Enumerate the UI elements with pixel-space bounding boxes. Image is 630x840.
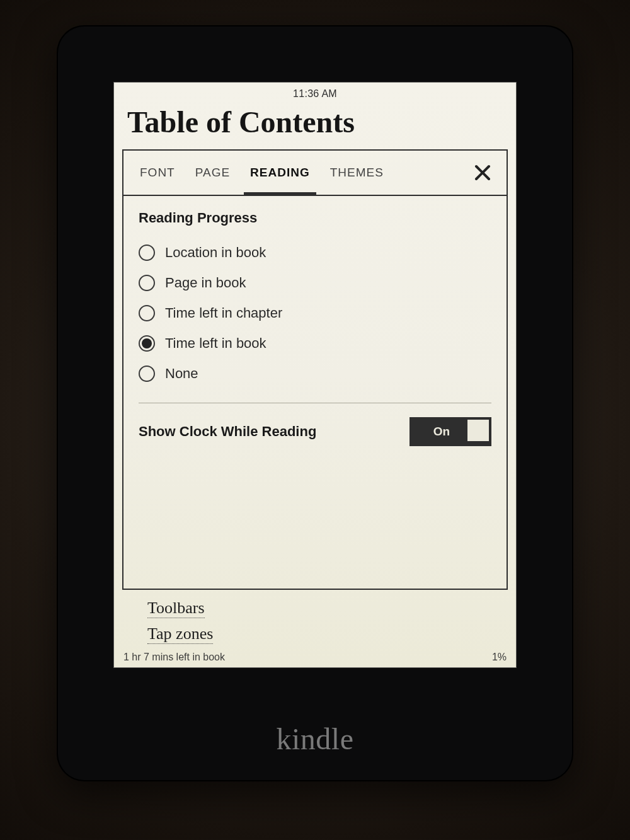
page-title: Table of Contents <box>113 102 517 149</box>
radio-label: None <box>165 365 198 382</box>
photo-background: 11:36 AM Table of Contents FONT PAGE REA… <box>0 0 630 840</box>
radio-icon <box>139 245 155 261</box>
settings-tabs: FONT PAGE READING THEMES <box>123 151 507 196</box>
tab-page[interactable]: PAGE <box>185 151 240 195</box>
radio-page-in-book[interactable]: Page in book <box>139 268 491 298</box>
divider <box>139 403 491 403</box>
show-clock-row: Show Clock While Reading On <box>139 408 491 450</box>
kindle-screen: 11:36 AM Table of Contents FONT PAGE REA… <box>113 82 517 668</box>
radio-none[interactable]: None <box>139 359 491 389</box>
radio-icon <box>139 335 155 352</box>
radio-icon <box>139 275 155 291</box>
radio-label: Time left in chapter <box>165 305 282 321</box>
clock-text: 11:36 AM <box>293 88 337 99</box>
close-button[interactable] <box>469 159 496 187</box>
radio-location-in-book[interactable]: Location in book <box>139 238 491 268</box>
tab-themes[interactable]: THEMES <box>320 151 394 195</box>
radio-time-left-book[interactable]: Time left in book <box>139 328 491 359</box>
radio-icon <box>139 365 155 382</box>
show-clock-toggle[interactable]: On <box>410 417 491 446</box>
status-bar: 11:36 AM <box>113 82 517 102</box>
kindle-device: 11:36 AM Table of Contents FONT PAGE REA… <box>57 25 573 781</box>
radio-label: Time left in book <box>165 335 266 352</box>
toc-links: Toolbars Tap zones <box>113 590 517 648</box>
show-clock-label: Show Clock While Reading <box>139 423 316 440</box>
time-left-text: 1 hr 7 mins left in book <box>123 652 225 663</box>
tab-reading[interactable]: READING <box>240 151 320 195</box>
radio-label: Location in book <box>165 245 266 261</box>
display-settings-panel: FONT PAGE READING THEMES Reading Progres… <box>122 149 508 590</box>
radio-time-left-chapter[interactable]: Time left in chapter <box>139 298 491 328</box>
radio-label: Page in book <box>165 275 246 291</box>
toggle-knob <box>467 420 489 441</box>
link-tap-zones[interactable]: Tap zones <box>147 624 213 644</box>
close-icon <box>473 163 492 182</box>
reading-footer: 1 hr 7 mins left in book 1% <box>113 648 517 668</box>
reading-progress-title: Reading Progress <box>139 210 491 226</box>
tab-font[interactable]: FONT <box>130 151 185 195</box>
radio-icon <box>139 305 155 321</box>
percent-text: 1% <box>492 652 507 663</box>
reading-tab-body: Reading Progress Location in book Page i… <box>123 196 507 589</box>
link-toolbars[interactable]: Toolbars <box>147 599 205 618</box>
device-brand: kindle <box>57 722 573 756</box>
